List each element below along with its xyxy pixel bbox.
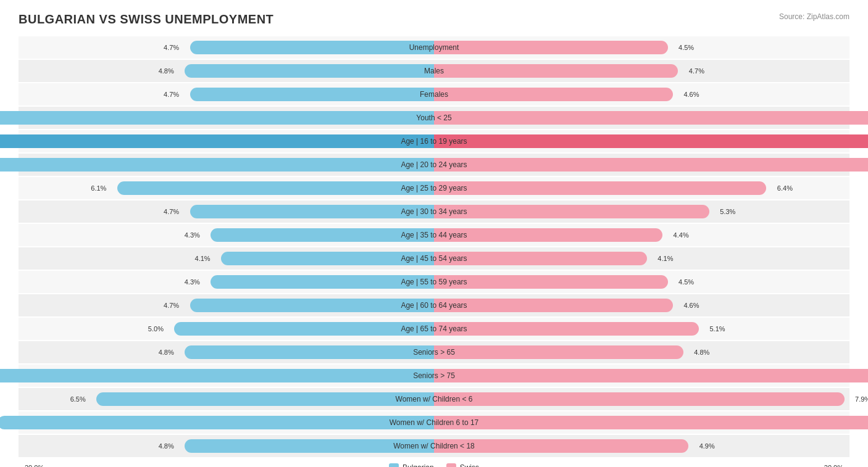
scale-label-right: 20.0% xyxy=(824,464,843,467)
value-right: 5.1% xyxy=(707,325,725,333)
legend: Bulgarian Swiss xyxy=(389,463,479,467)
chart-row: 4.8%4.9%Women w/ Children < 18 xyxy=(19,435,849,457)
value-right: 4.7% xyxy=(686,67,704,75)
value-right: 4.5% xyxy=(676,44,694,51)
value-left: 4.7% xyxy=(164,91,182,98)
value-right: 4.6% xyxy=(681,91,699,98)
chart-row: 4.7%4.6%Age | 60 to 64 years xyxy=(19,294,849,316)
bar-left xyxy=(221,252,434,265)
value-right: 4.5% xyxy=(676,278,694,286)
bar-left xyxy=(0,158,434,172)
bar-left xyxy=(190,299,434,312)
chart-row: 4.7%5.3%Age | 30 to 34 years xyxy=(19,200,849,223)
bar-left xyxy=(117,181,434,195)
value-left: 4.8% xyxy=(159,67,177,75)
value-left: 4.7% xyxy=(164,302,182,309)
chart-row: 9.9%9.7%Age | 20 to 24 years xyxy=(19,154,849,176)
chart-row: 16.3%15.8%Age | 16 to 19 years xyxy=(19,130,849,152)
bar-left xyxy=(211,275,434,289)
bar-right xyxy=(434,64,678,78)
value-right: 7.9% xyxy=(853,395,868,403)
bar-left xyxy=(190,41,434,54)
legend-label-bulgarian: Bulgarian xyxy=(403,463,434,467)
legend-box-swiss xyxy=(446,463,456,467)
chart-body: 4.7%4.5%Unemployment4.8%4.7%Males4.7%4.6… xyxy=(19,36,849,457)
chart-title: BULGARIAN VS SWISS UNEMPLOYMENT xyxy=(19,12,273,27)
bar-left xyxy=(185,439,434,453)
bar-right xyxy=(434,345,683,359)
bar-left xyxy=(190,205,434,218)
bar-right xyxy=(434,111,868,125)
value-right: 5.3% xyxy=(717,208,735,215)
chart-row: 6.5%7.9%Women w/ Children < 6 xyxy=(19,388,849,410)
chart-row: 4.8%4.8%Seniors > 65 xyxy=(19,341,849,363)
value-left: 4.8% xyxy=(159,442,177,450)
bar-right xyxy=(434,205,709,218)
bar-right xyxy=(434,416,868,429)
bar-right xyxy=(434,88,673,101)
chart-row: 6.1%6.4%Age | 25 to 29 years xyxy=(19,177,849,199)
chart-row: 4.7%4.6%Females xyxy=(19,83,849,105)
bar-right xyxy=(434,369,868,382)
bar-right xyxy=(434,41,668,54)
legend-bulgarian: Bulgarian xyxy=(389,463,434,467)
value-right: 4.9% xyxy=(697,442,715,450)
chart-row: 8.4%9.0%Women w/ Children 6 to 17 xyxy=(19,411,849,434)
value-left: 4.7% xyxy=(164,208,182,215)
value-right: 4.6% xyxy=(681,302,699,309)
bar-left xyxy=(185,64,434,78)
chart-row: 9.4%9.5%Seniors > 75 xyxy=(19,365,849,387)
value-left: 4.3% xyxy=(185,278,202,286)
bar-right xyxy=(434,134,868,148)
bar-left xyxy=(0,111,434,125)
chart-row: 10.9%10.6%Youth < 25 xyxy=(19,107,849,129)
bar-right xyxy=(434,322,699,336)
bar-left xyxy=(96,392,434,406)
chart-header: BULGARIAN VS SWISS UNEMPLOYMENT Source: … xyxy=(19,12,849,27)
value-left: 5.0% xyxy=(148,325,166,333)
chart-source: Source: ZipAtlas.com xyxy=(779,12,849,21)
value-right: 4.1% xyxy=(655,255,673,262)
value-left: 4.8% xyxy=(159,349,177,356)
legend-swiss: Swiss xyxy=(446,463,479,467)
chart-row: 4.8%4.7%Males xyxy=(19,60,849,82)
bar-right xyxy=(434,158,868,172)
chart-row: 4.3%4.5%Age | 55 to 59 years xyxy=(19,271,849,293)
value-right: 4.4% xyxy=(671,231,689,239)
bar-right xyxy=(434,228,662,242)
bar-left xyxy=(190,88,434,101)
bar-left xyxy=(174,322,434,336)
chart-row: 5.0%5.1%Age | 65 to 74 years xyxy=(19,318,849,340)
bar-left xyxy=(185,345,434,359)
bar-right xyxy=(434,299,673,312)
bar-left xyxy=(0,416,434,429)
scale-label-left: 20.0% xyxy=(25,464,44,467)
chart-row: 4.1%4.1%Age | 45 to 54 years xyxy=(19,247,849,270)
bar-left xyxy=(0,369,434,382)
value-left: 4.7% xyxy=(164,44,182,51)
legend-label-swiss: Swiss xyxy=(460,463,479,467)
value-left: 6.5% xyxy=(70,395,88,403)
bar-right xyxy=(434,275,668,289)
value-left: 6.1% xyxy=(91,184,109,192)
bar-right xyxy=(434,252,647,265)
value-left: 4.1% xyxy=(195,255,213,262)
bar-right xyxy=(434,392,845,406)
bar-left xyxy=(0,134,434,148)
chart-row: 4.3%4.4%Age | 35 to 44 years xyxy=(19,224,849,246)
value-left: 4.3% xyxy=(185,231,202,239)
chart-row: 4.7%4.5%Unemployment xyxy=(19,36,849,59)
chart-footer: 20.0% Bulgarian Swiss 20.0% xyxy=(19,463,849,467)
bar-right xyxy=(434,439,688,453)
bar-right xyxy=(434,181,766,195)
value-right: 6.4% xyxy=(775,184,793,192)
bar-left xyxy=(211,228,434,242)
chart-container: BULGARIAN VS SWISS UNEMPLOYMENT Source: … xyxy=(0,0,868,467)
legend-box-bulgarian xyxy=(389,463,399,467)
value-right: 4.8% xyxy=(691,349,709,356)
